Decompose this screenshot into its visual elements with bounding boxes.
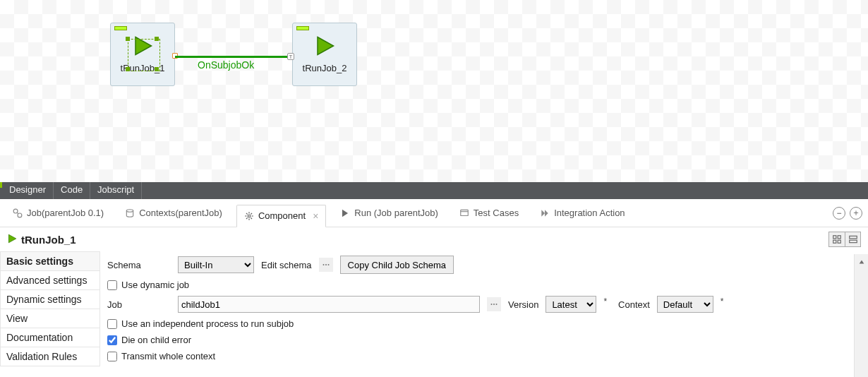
selection-handle[interactable] — [155, 67, 159, 71]
version-select[interactable]: Latest — [545, 296, 596, 313]
connector-onsubjobok[interactable] — [175, 56, 301, 58]
tab-code[interactable]: Code — [54, 182, 90, 199]
job-row: Job Version Latest * Context Default * — [107, 296, 861, 313]
required-marker: * — [721, 297, 724, 306]
svg-point-18 — [325, 264, 327, 265]
use-dynamic-job-label: Use dynamic job — [121, 280, 189, 290]
component-status-bar — [114, 26, 127, 30]
tab-integration-action[interactable]: Integration Action — [533, 199, 632, 227]
side-item-dynamic[interactable]: Dynamic settings — [0, 290, 100, 309]
component-settings-panel: Basic settings Advanced settings Dynamic… — [0, 251, 868, 377]
tab-label: Integration Action — [554, 208, 625, 218]
svg-rect-11 — [833, 236, 836, 239]
side-item-validation[interactable]: Validation Rules — [0, 347, 100, 366]
edit-schema-label: Edit schema — [261, 260, 312, 270]
test-cases-icon — [459, 208, 469, 218]
schema-row: Schema Built-In Edit schema Copy Child J… — [107, 256, 861, 274]
selection-handle[interactable] — [126, 37, 130, 41]
transmit-context-checkbox[interactable] — [107, 352, 117, 361]
basic-settings-form: Schema Built-In Edit schema Copy Child J… — [100, 251, 868, 377]
svg-marker-0 — [135, 37, 152, 55]
connector-label: OnSubjobOk — [198, 59, 254, 71]
svg-rect-15 — [849, 236, 857, 239]
component-title: tRunJob_1 — [21, 234, 76, 246]
view-layout-toggle — [828, 232, 861, 247]
svg-rect-16 — [849, 240, 857, 243]
component-label: tRunJob_2 — [303, 63, 347, 73]
job-input[interactable] — [178, 296, 480, 313]
svg-marker-9 — [545, 210, 548, 216]
die-on-error-label: Die on child error — [121, 335, 191, 345]
required-marker: * — [603, 297, 607, 306]
copy-child-schema-button[interactable]: Copy Child Job Schema — [340, 256, 454, 274]
tab-test-cases[interactable]: Test Cases — [452, 199, 526, 227]
svg-point-5 — [248, 215, 251, 217]
view-grid-button[interactable] — [829, 232, 845, 246]
independent-process-label: Use an independent process to run subjob — [121, 318, 294, 329]
context-select[interactable]: Default — [657, 296, 713, 313]
tab-designer[interactable]: Designer — [2, 182, 54, 199]
maximize-button[interactable]: ＋ — [850, 207, 862, 220]
version-label: Version — [508, 299, 538, 310]
input-port[interactable]: T — [287, 53, 294, 60]
component-trunjob-2[interactable]: T tRunJob_2 — [292, 23, 357, 86]
schema-select[interactable]: Built-In — [178, 256, 254, 273]
tab-jobscript[interactable]: Jobscript — [90, 182, 142, 199]
close-icon[interactable]: × — [313, 210, 318, 222]
contexts-icon — [125, 208, 135, 218]
component-title-bar: tRunJob_1 — [0, 227, 868, 251]
run-icon — [340, 208, 350, 218]
side-item-advanced[interactable]: Advanced settings — [0, 271, 100, 290]
svg-marker-6 — [342, 209, 348, 217]
independent-process-checkbox[interactable] — [107, 319, 117, 329]
schema-label: Schema — [107, 260, 171, 270]
svg-point-17 — [323, 264, 324, 265]
side-item-basic[interactable]: Basic settings — [0, 251, 100, 271]
component-status-bar — [296, 26, 309, 30]
selection-handle[interactable] — [126, 67, 130, 71]
settings-category-list: Basic settings Advanced settings Dynamic… — [0, 251, 100, 377]
tab-job[interactable]: Job(parentJob 0.1) — [6, 199, 111, 227]
tab-label: Test Cases — [474, 208, 519, 218]
svg-point-21 — [493, 304, 495, 305]
svg-rect-12 — [838, 236, 840, 239]
die-on-error-checkbox[interactable] — [107, 335, 117, 345]
run-job-icon — [7, 234, 17, 246]
svg-marker-8 — [541, 210, 545, 216]
die-on-error-row: Die on child error — [107, 335, 861, 345]
tab-run[interactable]: Run (Job parentJob) — [333, 199, 445, 227]
transmit-context-row: Transmit whole context — [107, 351, 861, 361]
transmit-context-label: Transmit whole context — [121, 351, 215, 361]
svg-point-4 — [126, 209, 133, 212]
tab-label: Contexts(parentJob) — [139, 208, 222, 218]
context-label: Context — [618, 299, 650, 310]
svg-marker-23 — [859, 261, 864, 264]
design-canvas[interactable]: tRunJob_1 OnSubjobOk T tRunJob_2 — [0, 0, 868, 182]
vertical-scrollbar[interactable] — [854, 254, 868, 377]
run-job-icon — [132, 35, 153, 59]
independent-process-row: Use an independent process to run subjob — [107, 318, 861, 329]
svg-marker-1 — [318, 37, 334, 55]
minimize-button[interactable]: − — [833, 207, 845, 220]
svg-marker-10 — [8, 234, 16, 243]
svg-point-20 — [491, 304, 493, 305]
tab-label: Job(parentJob 0.1) — [27, 208, 104, 218]
component-trunjob-1[interactable]: tRunJob_1 — [110, 23, 175, 86]
properties-tab-bar: Job(parentJob 0.1) Contexts(parentJob) C… — [0, 199, 868, 227]
use-dynamic-job-row: Use dynamic job — [107, 280, 861, 290]
selection-handle[interactable] — [155, 37, 159, 41]
use-dynamic-job-checkbox[interactable] — [107, 280, 117, 290]
tab-contexts[interactable]: Contexts(parentJob) — [118, 199, 229, 227]
job-label: Job — [107, 299, 171, 310]
side-item-view[interactable]: View — [0, 309, 100, 328]
view-rows-button[interactable] — [845, 232, 860, 246]
job-icon — [13, 208, 23, 218]
edit-schema-button[interactable] — [319, 258, 333, 272]
editor-view-tabs: Designer Code Jobscript — [0, 182, 868, 199]
scrollbar-up-button[interactable] — [855, 254, 868, 270]
svg-rect-13 — [833, 240, 836, 243]
job-browse-button[interactable] — [487, 297, 501, 311]
side-item-documentation[interactable]: Documentation — [0, 328, 100, 347]
tab-component[interactable]: Component × — [236, 205, 326, 227]
svg-point-19 — [327, 264, 329, 265]
